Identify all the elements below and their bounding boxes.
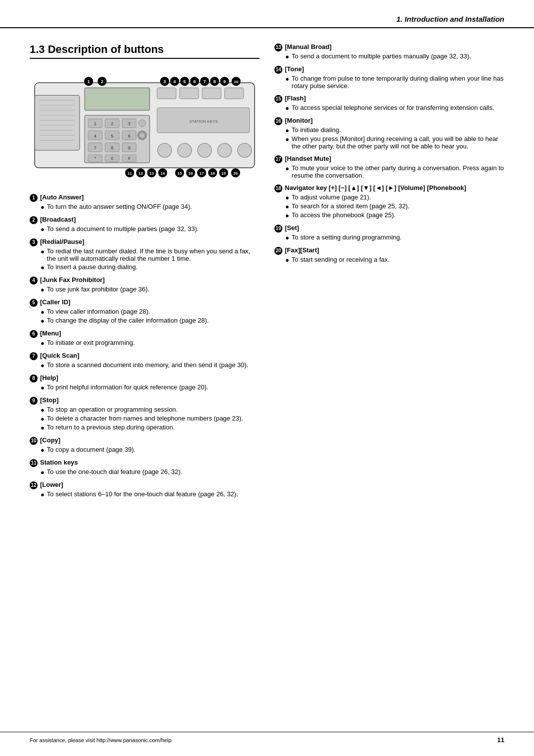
button-section: 9[Stop]●To stop an operation or programm… <box>30 396 260 431</box>
section-title: 1.3 Description of buttons <box>30 43 260 59</box>
svg-text:9: 9 <box>223 79 226 84</box>
button-description: ●To use junk fax prohibitor (page 36). <box>41 285 260 293</box>
button-heading: 2[Broadcast] <box>30 216 260 224</box>
button-heading: 6[Menu] <box>30 330 260 338</box>
bullet-item: ●To access the phonebook (page 25). <box>285 211 504 219</box>
button-section: 20[Fax][Start]●To start sending or recei… <box>274 246 504 264</box>
svg-text:6: 6 <box>128 134 131 139</box>
svg-text:1: 1 <box>94 121 96 126</box>
button-section: 18Navigator key [+] [−] [▲] [▼] [◄] [►] … <box>274 184 504 219</box>
bullet-item: ●To use the one-touch dial feature (page… <box>41 468 260 476</box>
button-section: 15[Flash]●To access special telephone se… <box>274 94 504 112</box>
page-header: 1. Introduction and Installation <box>0 0 534 28</box>
bullet-text: To adjust volume (page 21). <box>292 193 504 201</box>
button-label: [Lower] <box>40 481 63 488</box>
button-number: 5 <box>30 299 38 307</box>
svg-text:10: 10 <box>234 80 238 84</box>
button-heading: 14[Tone] <box>274 65 504 74</box>
bullet-item: ●To start sending or receiving a fax. <box>285 256 504 264</box>
button-number: 9 <box>30 397 38 405</box>
button-section: 17[Handset Mute]●To mute your voice to t… <box>274 155 504 179</box>
button-heading: 8[Help] <box>30 374 260 382</box>
bullet-symbol: ● <box>41 446 44 454</box>
bullet-symbol: ● <box>41 226 44 233</box>
bullet-item: ●To redial the last number dialed. If th… <box>41 247 260 262</box>
bullet-text: When you press [Monitor] during receivin… <box>292 135 504 150</box>
svg-point-49 <box>218 143 231 157</box>
bullet-symbol: ● <box>285 203 289 210</box>
device-svg: 1 2 3 4 5 6 <box>30 68 260 183</box>
button-section: 2[Broadcast]●To send a document to multi… <box>30 216 260 233</box>
bullet-item: ●To return to a previous step during ope… <box>41 424 260 431</box>
button-label: [Auto Answer] <box>40 193 84 201</box>
bullet-item: ●To mute your voice to the other party d… <box>285 164 504 179</box>
svg-text:15: 15 <box>178 171 182 176</box>
button-heading: 9[Stop] <box>30 396 260 405</box>
svg-rect-11 <box>85 88 149 110</box>
page-footer: For assistance, please visit http://www.… <box>0 732 534 744</box>
button-number: 2 <box>30 216 38 224</box>
bullet-text: To store a setting during programming. <box>292 234 504 241</box>
svg-text:19: 19 <box>222 171 226 176</box>
bullet-text: To mute your voice to the other party du… <box>292 164 504 179</box>
button-heading: 15[Flash] <box>274 94 504 103</box>
button-description: ●To stop an operation or programming ses… <box>41 406 260 431</box>
svg-text:2: 2 <box>111 121 113 126</box>
bullet-symbol: ● <box>285 104 289 112</box>
bullet-text: To select stations 6–10 for the one-touc… <box>47 490 260 498</box>
left-buttons-list: 1[Auto Answer]●To turn the auto answer s… <box>30 193 260 498</box>
svg-text:5: 5 <box>111 134 113 139</box>
bullet-symbol: ● <box>285 234 289 241</box>
bullet-symbol: ● <box>285 127 289 134</box>
button-label: [Stop] <box>40 396 59 404</box>
svg-text:STATION KEYS: STATION KEYS <box>189 119 218 124</box>
button-label: [Copy] <box>40 436 60 444</box>
button-heading: 3[Redial/Pause] <box>30 238 260 246</box>
bullet-item: ●To store a scanned document into memory… <box>41 361 260 369</box>
bullet-symbol: ● <box>285 136 289 143</box>
bullet-text: To turn the auto answer setting ON/OFF (… <box>47 203 260 210</box>
bullet-item: ●To turn the auto answer setting ON/OFF … <box>41 203 260 211</box>
button-label: [Flash] <box>285 94 306 102</box>
bullet-text: To access special telephone services or … <box>292 104 504 111</box>
button-label: [Fax][Start] <box>285 246 319 254</box>
button-number: 4 <box>30 277 38 284</box>
svg-text:7: 7 <box>203 79 206 84</box>
bullet-symbol: ● <box>41 264 44 271</box>
button-heading: 16[Monitor] <box>274 117 504 125</box>
button-label: [Handset Mute] <box>285 155 331 162</box>
page-number: 11 <box>497 736 504 744</box>
button-description: ●To send a document to multiple parties … <box>285 52 504 60</box>
bullet-text: To initiate dialing. <box>292 126 504 134</box>
bullet-text: To use the one-touch dial feature (page … <box>47 468 260 475</box>
button-description: ●To start sending or receiving a fax. <box>285 256 504 264</box>
svg-text:16: 16 <box>188 171 193 176</box>
svg-text:2: 2 <box>101 79 103 84</box>
bullet-item: ●To select stations 6–10 for the one-tou… <box>41 490 260 498</box>
svg-point-19 <box>138 120 145 127</box>
bullet-item: ●To send a document to multiple parties … <box>41 225 260 233</box>
button-description: ●To initiate or exit programming. <box>41 339 260 347</box>
button-section: 14[Tone]●To change from pulse to tone te… <box>274 65 504 90</box>
button-section: 7[Quick Scan]●To store a scanned documen… <box>30 352 260 369</box>
button-heading: 12[Lower] <box>30 481 260 489</box>
button-section: 19[Set]●To store a setting during progra… <box>274 224 504 241</box>
svg-text:17: 17 <box>199 171 204 176</box>
button-heading: 5[Caller ID] <box>30 298 260 307</box>
button-number: 14 <box>274 66 282 74</box>
svg-text:18: 18 <box>210 171 215 176</box>
button-number: 20 <box>274 247 282 255</box>
button-number: 7 <box>30 352 38 360</box>
bullet-symbol: ● <box>285 256 289 264</box>
bullet-item: ●To change the display of the caller inf… <box>41 317 260 325</box>
right-buttons-list: 13[Manual Broad]●To send a document to m… <box>274 43 504 264</box>
button-number: 8 <box>30 375 38 382</box>
page: 1. Introduction and Installation 1.3 Des… <box>0 0 534 756</box>
button-description: ●To print helpful information for quick … <box>41 383 260 391</box>
button-section: 13[Manual Broad]●To send a document to m… <box>274 43 504 60</box>
svg-rect-40 <box>157 88 176 98</box>
bullet-symbol: ● <box>41 384 44 391</box>
bullet-symbol: ● <box>41 203 44 211</box>
bullet-symbol: ● <box>41 286 44 293</box>
bullet-text: To change the display of the caller info… <box>47 317 260 324</box>
